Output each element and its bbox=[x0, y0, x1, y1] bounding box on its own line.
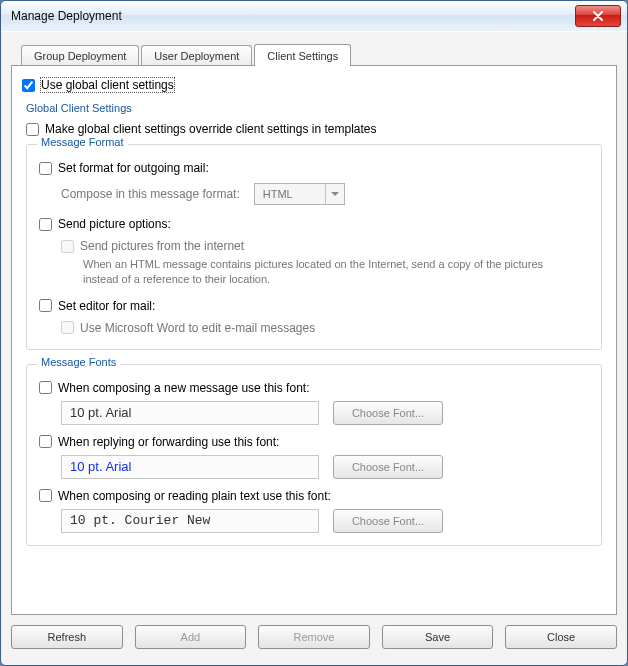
font-plain-display: 10 pt. Courier New bbox=[61, 509, 319, 533]
footer-buttons: Refresh Add Remove Save Close bbox=[11, 625, 617, 649]
send-picture-sub-checkbox bbox=[61, 240, 74, 253]
send-picture-sub-row: Send pictures from the internet bbox=[61, 239, 589, 253]
override-checkbox[interactable] bbox=[26, 123, 39, 136]
use-global-checkbox-row[interactable]: Use global client settings bbox=[22, 78, 606, 92]
message-fonts-legend: Message Fonts bbox=[37, 356, 120, 368]
choose-font-plain-button[interactable]: Choose Font... bbox=[333, 509, 443, 533]
group-message-fonts: Message Fonts When composing a new messa… bbox=[26, 364, 602, 546]
set-editor-row[interactable]: Set editor for mail: bbox=[39, 299, 589, 313]
tab-user-deployment[interactable]: User Deployment bbox=[141, 45, 252, 66]
font-plain-value-row: 10 pt. Courier New Choose Font... bbox=[61, 509, 589, 533]
font-plain-label: When composing or reading plain text use… bbox=[58, 489, 331, 503]
save-button[interactable]: Save bbox=[382, 625, 494, 649]
tab-group-deployment[interactable]: Group Deployment bbox=[21, 45, 139, 66]
compose-format-combo[interactable]: HTML bbox=[254, 183, 345, 205]
use-global-checkbox[interactable] bbox=[22, 79, 35, 92]
tab-panel: Use global client settings Global Client… bbox=[11, 65, 617, 615]
font-compose-checkbox[interactable] bbox=[39, 381, 52, 394]
font-compose-display: 10 pt. Arial bbox=[61, 401, 319, 425]
font-compose-value-row: 10 pt. Arial Choose Font... bbox=[61, 401, 589, 425]
send-picture-checkbox[interactable] bbox=[39, 218, 52, 231]
chevron-down-icon bbox=[325, 184, 344, 204]
send-picture-label: Send picture options: bbox=[58, 217, 171, 231]
window-title: Manage Deployment bbox=[11, 9, 575, 23]
use-word-checkbox bbox=[61, 321, 74, 334]
client-area: Group Deployment User Deployment Client … bbox=[1, 31, 627, 665]
set-editor-checkbox[interactable] bbox=[39, 299, 52, 312]
use-word-row: Use Microsoft Word to edit e-mail messag… bbox=[61, 321, 589, 335]
compose-format-value: HTML bbox=[255, 188, 325, 200]
close-button[interactable]: Close bbox=[505, 625, 617, 649]
font-reply-row[interactable]: When replying or forwarding use this fon… bbox=[39, 435, 589, 449]
compose-format-label: Compose in this message format: bbox=[61, 187, 240, 201]
font-reply-display: 10 pt. Arial bbox=[61, 455, 319, 479]
dialog-window: Manage Deployment Group Deployment User … bbox=[0, 0, 628, 666]
use-word-label: Use Microsoft Word to edit e-mail messag… bbox=[80, 321, 315, 335]
use-global-label: Use global client settings bbox=[41, 78, 174, 92]
send-picture-sub-label: Send pictures from the internet bbox=[80, 239, 244, 253]
message-format-legend: Message Format bbox=[37, 136, 128, 148]
close-icon bbox=[593, 11, 603, 21]
font-compose-label: When composing a new message use this fo… bbox=[58, 381, 309, 395]
section-title: Global Client Settings bbox=[26, 102, 602, 114]
send-picture-row[interactable]: Send picture options: bbox=[39, 217, 589, 231]
set-format-label: Set format for outgoing mail: bbox=[58, 161, 209, 175]
font-reply-label: When replying or forwarding use this fon… bbox=[58, 435, 279, 449]
font-compose-row[interactable]: When composing a new message use this fo… bbox=[39, 381, 589, 395]
font-reply-value-row: 10 pt. Arial Choose Font... bbox=[61, 455, 589, 479]
choose-font-compose-button[interactable]: Choose Font... bbox=[333, 401, 443, 425]
override-label: Make global client settings override cli… bbox=[45, 122, 377, 136]
font-reply-checkbox[interactable] bbox=[39, 435, 52, 448]
override-checkbox-row[interactable]: Make global client settings override cli… bbox=[26, 122, 606, 136]
add-button[interactable]: Add bbox=[135, 625, 247, 649]
remove-button[interactable]: Remove bbox=[258, 625, 370, 649]
send-picture-desc: When an HTML message contains pictures l… bbox=[83, 257, 553, 287]
set-format-checkbox[interactable] bbox=[39, 162, 52, 175]
font-plain-row[interactable]: When composing or reading plain text use… bbox=[39, 489, 589, 503]
tab-strip: Group Deployment User Deployment Client … bbox=[11, 42, 617, 65]
refresh-button[interactable]: Refresh bbox=[11, 625, 123, 649]
close-window-button[interactable] bbox=[575, 5, 621, 27]
title-bar: Manage Deployment bbox=[1, 1, 627, 32]
choose-font-reply-button[interactable]: Choose Font... bbox=[333, 455, 443, 479]
tab-client-settings[interactable]: Client Settings bbox=[254, 44, 351, 66]
compose-format-row: Compose in this message format: HTML bbox=[61, 183, 589, 205]
group-message-format: Message Format Set format for outgoing m… bbox=[26, 144, 602, 350]
set-format-row[interactable]: Set format for outgoing mail: bbox=[39, 161, 589, 175]
set-editor-label: Set editor for mail: bbox=[58, 299, 155, 313]
font-plain-checkbox[interactable] bbox=[39, 489, 52, 502]
